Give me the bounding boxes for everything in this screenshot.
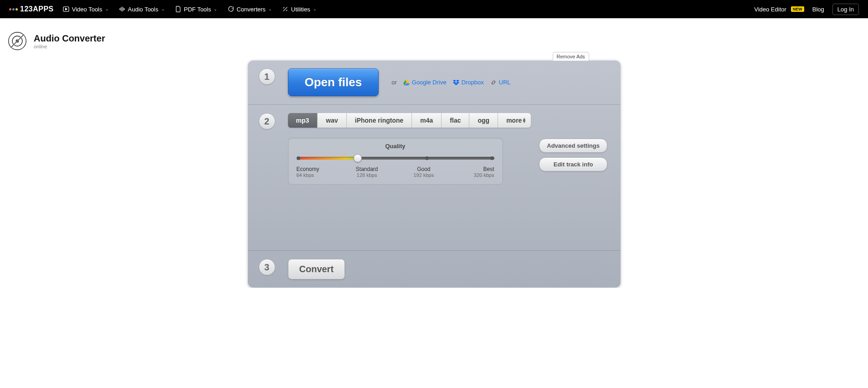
dropbox-icon	[453, 79, 459, 86]
chevron-down-icon: ⌄	[161, 7, 165, 11]
format-tab-mp3[interactable]: mp3	[288, 113, 318, 128]
page-subtitle: online	[34, 44, 105, 49]
audio-converter-icon	[7, 31, 27, 51]
nav-blog[interactable]: Blog	[812, 6, 824, 13]
format-tab-flac[interactable]: flac	[442, 113, 469, 128]
format-tab-m4a[interactable]: m4a	[412, 113, 442, 128]
nav-items: Video Tools⌄ Audio Tools⌄ PDF Tools⌄ Con…	[63, 6, 317, 13]
format-tabs: mp3 wav iPhone ringtone m4a flac ogg mor…	[288, 113, 531, 128]
nav-audio-tools[interactable]: Audio Tools⌄	[119, 6, 165, 13]
logo-dots-icon	[9, 8, 18, 10]
step-number: 2	[259, 113, 275, 129]
document-icon	[175, 6, 181, 12]
format-tab-wav[interactable]: wav	[318, 113, 346, 128]
audio-bars-icon	[119, 6, 125, 12]
nav-right: Video Editor NEW Blog Log In	[754, 4, 859, 15]
updown-arrows-icon: ▲▼	[522, 118, 526, 123]
or-label: or	[391, 79, 397, 86]
format-tab-more[interactable]: more ▲▼	[498, 113, 531, 128]
convert-button[interactable]: Convert	[288, 259, 345, 279]
format-tab-iphone-ringtone[interactable]: iPhone ringtone	[347, 113, 412, 128]
play-rect-icon	[63, 6, 69, 12]
quality-best: Best 320 kbps	[467, 166, 494, 178]
chevron-down-icon: ⌄	[313, 7, 317, 11]
quality-economy: Economy 64 kbps	[297, 166, 324, 178]
remove-ads-button[interactable]: Remove Ads	[553, 52, 589, 61]
quality-slider[interactable]	[297, 154, 494, 162]
refresh-icon	[227, 6, 234, 12]
google-drive-icon	[403, 79, 410, 86]
step-2: 2 mp3 wav iPhone ringtone m4a flac ogg m…	[248, 105, 621, 251]
quality-standard: Standard 128 kbps	[353, 166, 380, 178]
chevron-down-icon: ⌄	[105, 7, 109, 11]
brand-logo[interactable]: 123APPS	[9, 5, 54, 13]
login-button[interactable]: Log In	[832, 4, 859, 15]
page-title: Audio Converter	[34, 33, 105, 44]
brand-text: 123APPS	[20, 5, 54, 13]
edit-track-info-button[interactable]: Edit track info	[539, 157, 607, 171]
tools-icon	[282, 6, 288, 12]
step-1: 1 Open files or Google Drive Dropbox URL	[248, 60, 621, 105]
svg-line-5	[10, 34, 24, 47]
step-number: 1	[259, 68, 275, 85]
quality-block: Quality Economy	[288, 138, 503, 185]
chevron-down-icon: ⌄	[268, 7, 272, 11]
new-badge: NEW	[791, 6, 804, 12]
source-google-drive[interactable]: Google Drive	[403, 79, 447, 86]
step-3: 3 Convert	[248, 251, 621, 288]
step-number: 3	[259, 259, 275, 275]
nav-converters[interactable]: Converters⌄	[227, 6, 272, 13]
quality-good: Good 192 kbps	[410, 166, 437, 178]
source-dropbox[interactable]: Dropbox	[453, 79, 484, 86]
nav-pdf-tools[interactable]: PDF Tools⌄	[175, 6, 218, 13]
open-files-button[interactable]: Open files	[288, 68, 379, 96]
slider-knob[interactable]	[354, 154, 362, 162]
source-url[interactable]: URL	[490, 79, 511, 86]
nav-video-editor[interactable]: Video Editor NEW	[754, 6, 804, 13]
nav-video-tools[interactable]: Video Tools⌄	[63, 6, 109, 13]
nav-utilities[interactable]: Utilities⌄	[282, 6, 317, 13]
link-icon	[490, 79, 497, 86]
chevron-down-icon: ⌄	[214, 7, 217, 11]
quality-title: Quality	[297, 143, 494, 150]
converter-panel: 1 Open files or Google Drive Dropbox URL	[248, 60, 621, 288]
format-tab-ogg[interactable]: ogg	[469, 113, 498, 128]
top-nav: 123APPS Video Tools⌄ Audio Tools⌄ PDF To…	[0, 0, 868, 18]
advanced-settings-button[interactable]: Advanced settings	[539, 139, 607, 153]
page-header: Audio Converter online	[0, 18, 868, 56]
